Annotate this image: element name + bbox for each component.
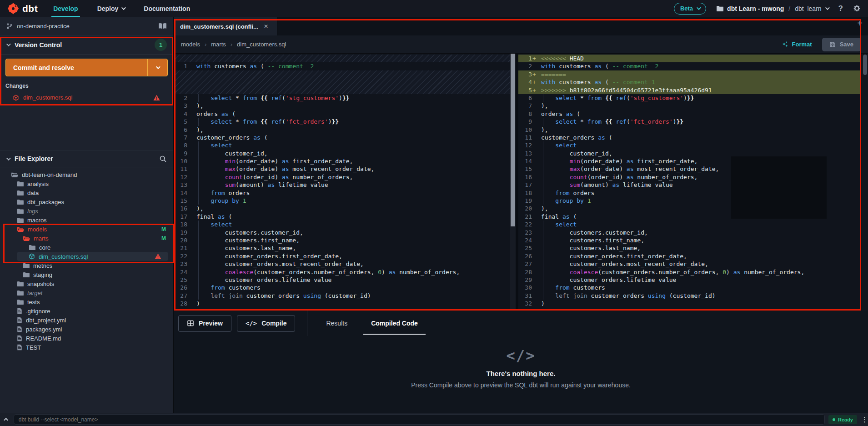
kebab-menu-icon[interactable]: ⋮ (861, 416, 868, 424)
line-number: 13 (518, 150, 537, 157)
chevron-up-icon[interactable] (0, 418, 14, 421)
tree-item-macros[interactable]: macros (0, 216, 173, 225)
file-icon (17, 308, 22, 314)
tab-compiled-code[interactable]: Compiled Code (363, 311, 426, 336)
folder-open-icon (17, 226, 24, 232)
tree-item-test[interactable]: TEST (0, 343, 173, 352)
tree-item-analysis[interactable]: analysis (0, 179, 173, 188)
file-icon (17, 326, 22, 332)
search-icon[interactable] (159, 155, 167, 163)
file-explorer-section: File Explorer dbt-learn-on-demandanalysi… (0, 150, 173, 352)
code-line-25: 25 customer_orders.lifetime_value (174, 276, 510, 284)
format-button[interactable]: Format (782, 41, 812, 48)
code-pane-working[interactable]: 1with customers as ( -- comment 22 selec… (174, 54, 510, 311)
tree-item-dim-customers-sql[interactable]: dim_customers.sql (17, 252, 168, 261)
nav-deploy[interactable]: Deploy (95, 0, 127, 17)
file-explorer-header[interactable]: File Explorer (0, 150, 173, 167)
nav-documentation[interactable]: Documentation (142, 0, 192, 17)
tree-item-packages-yml[interactable]: packages.yml (0, 325, 173, 334)
changes-label: Changes (0, 81, 173, 92)
sparkles-icon (782, 41, 788, 48)
tab-results[interactable]: Results (318, 311, 355, 336)
tree-item-tests[interactable]: tests (0, 297, 173, 306)
tree-item-core[interactable]: core (0, 243, 173, 252)
folder-icon (17, 190, 24, 196)
code-line-24: 24 coalesce(customer_orders.number_of_or… (174, 268, 510, 276)
chevron-down-icon (697, 5, 701, 10)
code-line-12: 12 select (518, 141, 861, 149)
close-icon[interactable]: ✕ (264, 23, 268, 30)
save-floppy-icon (829, 41, 836, 48)
tab-dim-customers[interactable]: dim_customers.sql (confli... ✕ (174, 17, 277, 35)
changed-file-dim-customers[interactable]: dim_customers.sql (0, 92, 173, 103)
save-button[interactable]: Save (822, 38, 861, 51)
dbt-command-input[interactable] (14, 414, 825, 425)
tree-item-label: dbt-learn-on-demand (22, 171, 77, 178)
dbt-logo[interactable]: dbt (7, 3, 38, 15)
line-number: 20 (518, 205, 537, 212)
code-line-6: 6 select * from {{ ref('stg_customers')}… (518, 94, 861, 102)
tree-item-target[interactable]: target (0, 288, 173, 297)
code-line-15: 15 group by 1 (174, 197, 510, 205)
breadcrumb-marts[interactable]: marts (211, 41, 226, 48)
tree-item-metrics[interactable]: metrics (0, 261, 173, 270)
help-icon[interactable]: ? (838, 4, 843, 13)
line-number: 14 (518, 157, 537, 165)
folder-icon (17, 290, 24, 296)
chevron-down-icon (825, 5, 830, 10)
line-number: 7 (174, 134, 193, 141)
tree-item--gitignore[interactable]: .gitignore (0, 306, 173, 316)
code-line-22: 22 select (518, 221, 861, 228)
tree-item-label: README.md (26, 335, 61, 342)
breadcrumb-models[interactable]: models (181, 41, 200, 48)
line-number: 24 (518, 236, 537, 244)
tree-item-dbt-learn-on-demand[interactable]: dbt-learn-on-demand (0, 170, 173, 179)
tree-item-label: data (27, 190, 39, 196)
version-control-header[interactable]: Version Control 1 (0, 35, 173, 55)
project-name: dbt Learn - mwong (727, 5, 784, 12)
code-line-2: 2 select * from {{ ref('stg_customers')}… (174, 94, 510, 102)
line-number: 23 (518, 229, 537, 236)
line-number: 15 (174, 197, 193, 205)
tree-item-staging[interactable]: staging (0, 270, 173, 279)
tree-item-logs[interactable]: logs (0, 206, 173, 216)
settings-gear-icon[interactable] (853, 5, 861, 12)
breadcrumb-file[interactable]: dim_customers.sql (237, 41, 286, 48)
code-line-28: 28 coalesce(customer_orders.number_of_or… (518, 268, 861, 276)
git-branch-row[interactable]: on-demand-practice (0, 17, 173, 35)
compile-button[interactable]: </> Compile (237, 315, 296, 332)
table-grid-icon (187, 320, 194, 327)
tree-item-marts[interactable]: martsM (0, 234, 173, 243)
tree-item-snapshots[interactable]: snapshots (0, 279, 173, 288)
new-tab-icon[interactable]: + (857, 17, 868, 35)
left-pane-scrollbar[interactable] (510, 54, 516, 311)
docs-book-icon[interactable] (158, 23, 167, 30)
folder-icon (23, 272, 30, 278)
line-number: 11 (174, 165, 193, 173)
line-number: 2 (174, 94, 193, 102)
nav-develop[interactable]: Develop (51, 0, 80, 17)
tree-item-models[interactable]: modelsM (0, 225, 173, 234)
commit-and-resolve-button[interactable]: Commit and resolve (5, 59, 168, 76)
code-line-32: 32) (518, 300, 861, 307)
tree-item-dbt-packages[interactable]: dbt_packages (0, 197, 173, 206)
line-number: 17 (518, 181, 537, 189)
tree-item-label: core (39, 244, 50, 251)
tree-item-data[interactable]: data (0, 188, 173, 197)
code-line-3: 3), (174, 102, 510, 110)
scrollbar-thumb[interactable] (511, 54, 515, 226)
scrollbar-thumb[interactable] (863, 55, 867, 75)
code-line-23: 23 customers.customer_id, (518, 229, 861, 236)
right-pane-scrollbar[interactable] (862, 54, 868, 311)
beta-dropdown[interactable]: Beta (674, 3, 706, 15)
folder-icon (17, 181, 24, 187)
results-toolbar: Preview </> Compile Results Compiled Cod… (174, 311, 868, 336)
preview-button[interactable]: Preview (178, 315, 231, 332)
tree-item-readme-md[interactable]: README.md (0, 334, 173, 343)
account-breadcrumb[interactable]: dbt Learn - mwong / dbt_learn (716, 5, 828, 12)
commit-options-dropdown[interactable] (147, 59, 167, 76)
tree-item-dbt-project-yml[interactable]: dbt_project.yml (0, 316, 173, 325)
code-line-26: 26 customer_orders.first_order_date, (518, 252, 861, 260)
status-badge: Ready (828, 415, 857, 424)
changed-file-name: dim_customers.sql (23, 94, 72, 101)
